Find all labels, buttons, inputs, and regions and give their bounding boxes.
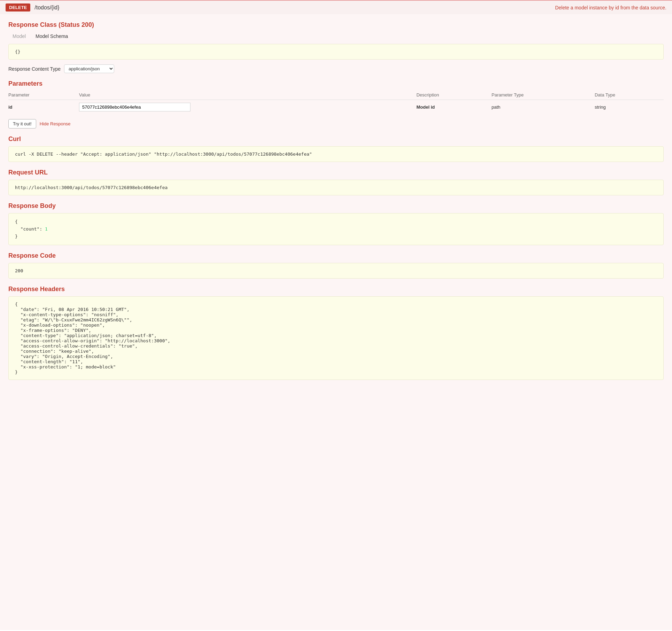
action-buttons-row: Try it out! Hide Response (8, 119, 664, 128)
col-description: Description (416, 91, 492, 100)
endpoint-path: /todos/{id} (34, 5, 59, 11)
col-data-type: Data Type (595, 91, 664, 100)
response-content-type-label: Response Content Type (8, 66, 61, 72)
request-url-title: Request URL (8, 169, 664, 176)
count-value: 1 (45, 226, 48, 232)
param-id-type: path (492, 100, 595, 115)
parameters-title: Parameters (8, 80, 664, 87)
response-code-value: 200 (8, 263, 664, 279)
response-class-body: {} (8, 44, 664, 60)
tab-model-schema[interactable]: Model Schema (31, 32, 72, 40)
content-type-select[interactable]: application/json application/xml text/xm… (64, 64, 114, 73)
response-class-title: Response Class (Status 200) (8, 21, 664, 29)
response-headers-content: { "date": "Fri, 08 Apr 2016 10:50:21 GMT… (8, 296, 664, 380)
main-content: Response Class (Status 200) Model Model … (0, 14, 672, 630)
param-id-input[interactable] (79, 103, 190, 111)
col-parameter-type: Parameter Type (492, 91, 595, 100)
header-left: DELETE /todos/{id} (6, 3, 59, 11)
param-id-data-type: string (595, 100, 664, 115)
endpoint-description: Delete a model instance by id from the d… (555, 5, 666, 10)
model-tabs: Model Model Schema (8, 32, 664, 40)
param-id-value-cell (79, 100, 416, 115)
http-method-badge: DELETE (6, 3, 30, 11)
curl-title: Curl (8, 135, 664, 143)
table-row: id Model id path string (8, 100, 664, 115)
hide-response-button[interactable]: Hide Response (40, 121, 71, 126)
parameters-header-row: Parameter Value Description Parameter Ty… (8, 91, 664, 100)
response-body-content: { "count": 1 } (8, 213, 664, 245)
tab-model[interactable]: Model (8, 32, 30, 40)
response-content-type-row: Response Content Type application/json a… (8, 64, 664, 73)
param-id-description: Model id (416, 100, 492, 115)
request-url-value: http://localhost:3000/api/todos/57077c12… (8, 180, 664, 195)
param-id-name: id (8, 100, 79, 115)
col-parameter: Parameter (8, 91, 79, 100)
response-code-title: Response Code (8, 252, 664, 259)
response-headers-title: Response Headers (8, 286, 664, 293)
try-it-out-button[interactable]: Try it out! (8, 119, 36, 128)
col-value: Value (79, 91, 416, 100)
api-endpoint-header: DELETE /todos/{id} Delete a model instan… (0, 0, 672, 14)
parameters-table: Parameter Value Description Parameter Ty… (8, 91, 664, 114)
curl-command: curl -X DELETE --header "Accept: applica… (8, 146, 664, 162)
response-body-title: Response Body (8, 202, 664, 210)
